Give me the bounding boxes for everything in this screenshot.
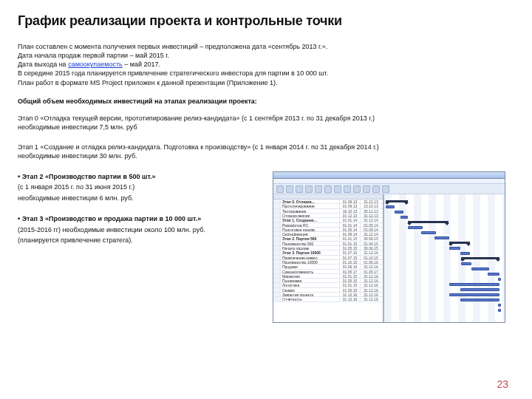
gantt-task-bar [434, 236, 449, 239]
stage-3-title: • Этап 3 «Производство и продажа партии … [18, 214, 265, 224]
gantt-task-bar [395, 211, 403, 214]
gantt-task-bar [498, 309, 501, 312]
gantt-task-bar [460, 252, 470, 255]
thumb-gantt-chart [384, 194, 505, 322]
intro-block: План составлен с момента получения первы… [18, 42, 514, 87]
gantt-summary-bar [449, 242, 470, 244]
stage-2: • Этап 2 «Производство партии в 500 шт.»… [18, 171, 265, 203]
stage-1: Этап 1 «Создание и отладка релиз-кандида… [18, 143, 514, 161]
stage-1-title: Этап 1 «Создание и отладка релиз-кандида… [18, 143, 514, 152]
thumb-toolbar [273, 184, 505, 194]
stage-0-investment: необходимые инвестиции 7,5 млн. руб [18, 123, 514, 132]
gantt-task-bar [449, 293, 499, 296]
stage-2-investment: необходимые инвестиции 6 млн. руб. [18, 193, 265, 203]
thumb-task-grid: Этап 0. Отладка…01.09.1331.12.13Прототип… [273, 194, 384, 322]
intro-line-3b: – май 2017. [123, 61, 160, 68]
gantt-task-bar [498, 278, 501, 281]
gantt-task-bar [471, 267, 489, 270]
gantt-task-bar [449, 247, 460, 250]
stage-2-dates: (с 1 января 2015 г. по 31 июня 2015 г.) [18, 182, 265, 192]
stage-3-note: (планируется привлечение стратега). [18, 235, 265, 245]
page-number: 23 [497, 378, 508, 390]
gantt-task-bar [498, 304, 501, 307]
gantt-task-bar [421, 231, 436, 234]
stage-0: Этап 0 «Отладка текущей версии, прототип… [18, 114, 514, 132]
gantt-task-bar [461, 262, 471, 265]
gantt-summary-bar [408, 221, 449, 223]
intro-line-5: План работ в формате MS Project приложен… [18, 78, 514, 87]
gantt-task-bar [386, 205, 395, 208]
intro-line-2: Дата начала продаж первой партии – май 2… [18, 51, 514, 60]
table-row: Отчётность31.12.1631.12.16 [273, 297, 383, 301]
stage-3: • Этап 3 «Производство и продажа партии … [18, 214, 265, 245]
thumb-titlebar [273, 172, 505, 179]
gantt-task-bar [408, 226, 423, 229]
gantt-task-bar [488, 273, 499, 276]
stage-2-title: • Этап 2 «Производство партии в 500 шт.» [18, 171, 265, 182]
stage-3-dates: (2015-2016 гг) необходимые инвестиции ок… [18, 225, 265, 235]
gantt-task-bar [460, 288, 499, 291]
intro-line-3a: Дата выхода на [18, 61, 68, 68]
investment-heading: Общий объем необходимых инвестиций на эт… [18, 98, 514, 105]
self-sufficiency-link[interactable]: самоокупаемость [68, 61, 123, 68]
thumb-menubar [273, 179, 505, 184]
gantt-summary-bar [461, 257, 499, 259]
stage-0-title: Этап 0 «Отладка текущей версии, прототип… [18, 114, 514, 123]
gantt-task-bar [400, 216, 408, 219]
intro-line-4: В середине 2015 года планируется привлеч… [18, 69, 514, 78]
msproject-thumbnail: Этап 0. Отладка…01.09.1331.12.13Прототип… [273, 171, 505, 323]
stage-1-investment: необходимые инвестиции 30 млн. руб. [18, 151, 514, 161]
gantt-summary-bar [386, 200, 408, 202]
intro-line-3: Дата выхода на самоокупаемость – май 201… [18, 60, 514, 69]
page-title: График реализации проекта и контрольные … [18, 13, 514, 29]
intro-line-1: План составлен с момента получения первы… [18, 42, 514, 51]
gantt-task-bar [460, 299, 499, 301]
gantt-task-bar [449, 283, 499, 286]
